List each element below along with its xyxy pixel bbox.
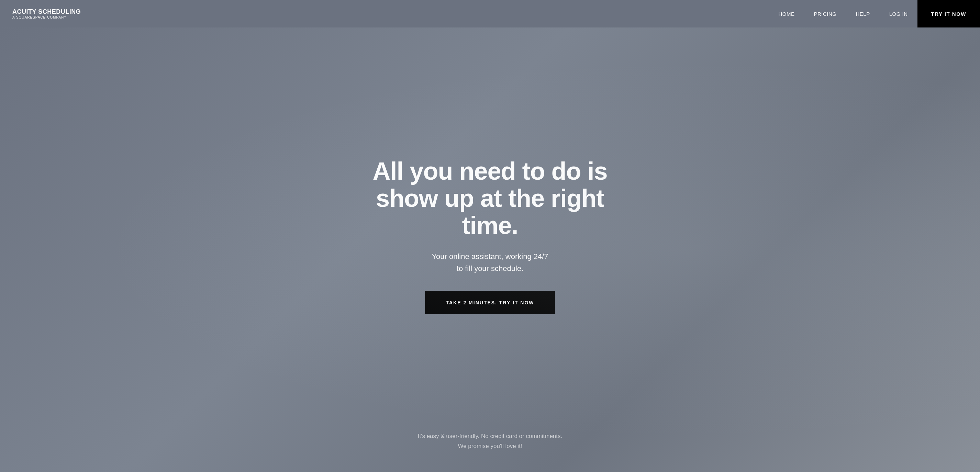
nav-help[interactable]: HELP xyxy=(846,0,879,27)
brand-subtitle: A SQUARESPACE COMPANY xyxy=(13,16,81,19)
nav-home[interactable]: HOME xyxy=(769,0,804,27)
nav-pricing[interactable]: PRICING xyxy=(804,0,846,27)
hero-footer-text: It's easy & user-friendly. No credit car… xyxy=(0,431,980,451)
hero-footer-line1: It's easy & user-friendly. No credit car… xyxy=(418,433,563,439)
hero-section: All you need to do is show up at the rig… xyxy=(0,27,980,472)
hero-subheadline-line2: to fill your schedule. xyxy=(457,264,523,273)
hero-subheadline-line1: Your online assistant, working 24/7 xyxy=(431,252,548,261)
nav-login[interactable]: LOG IN xyxy=(880,0,918,27)
hero-headline: All you need to do is show up at the rig… xyxy=(360,158,620,240)
nav-links: HOME PRICING HELP LOG IN TRY IT NOW xyxy=(769,0,980,27)
brand-title: ACUITY SCHEDULING xyxy=(13,8,81,16)
hero-cta-button[interactable]: TAKE 2 MINUTES. TRY IT NOW xyxy=(425,291,555,314)
hero-subheadline: Your online assistant, working 24/7 to f… xyxy=(431,250,548,275)
nav-try-it-now-button[interactable]: TRY IT NOW xyxy=(918,0,980,27)
hero-footer-line2: We promise you'll love it! xyxy=(458,443,522,449)
navbar: ACUITY SCHEDULING A SQUARESPACE COMPANY … xyxy=(0,0,980,27)
brand-logo: ACUITY SCHEDULING A SQUARESPACE COMPANY xyxy=(13,8,81,19)
